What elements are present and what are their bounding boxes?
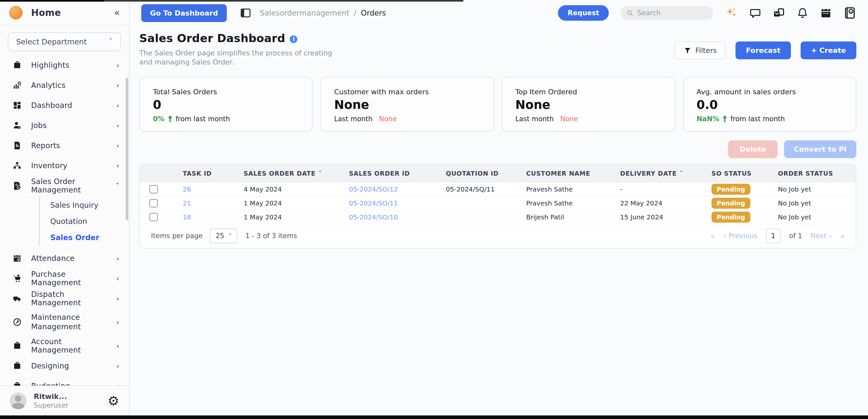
col-order-status[interactable]: ORDER STATUS xyxy=(763,170,855,177)
sidebar-item-analytics[interactable]: Analytics ‹ xyxy=(8,75,121,95)
calendar-icon[interactable] xyxy=(820,7,832,19)
next-page-button[interactable]: Next › xyxy=(811,232,832,240)
subnav-item-sales-order[interactable]: Sales Order xyxy=(50,230,121,246)
task-id-link[interactable]: 26 xyxy=(167,185,228,193)
chevron-left-icon: ‹ xyxy=(116,162,119,170)
table-row: 26 4 May 2024 05-2024/SO/12 05-2024/SQ/1… xyxy=(140,182,856,196)
current-page-input[interactable]: 1 xyxy=(766,229,781,243)
row-checkbox[interactable] xyxy=(149,199,158,207)
quotation-id-cell: 05-2024/SQ/11 xyxy=(430,185,510,193)
go-to-dashboard-button[interactable]: Go To Dashboard xyxy=(141,4,227,22)
row-checkbox[interactable] xyxy=(149,213,158,221)
sidebar-item-account-management[interactable]: Account Management ‹ xyxy=(8,336,121,356)
stat-card-customer-max-orders: Customer with max orders None Last month… xyxy=(320,77,494,132)
purchase-icon xyxy=(12,273,22,283)
info-icon[interactable]: i xyxy=(290,35,298,43)
last-page-button[interactable]: » xyxy=(840,232,845,240)
create-button[interactable]: + Create xyxy=(801,41,856,59)
user-role: Superuser xyxy=(34,401,68,410)
settings-gear-icon[interactable]: ⚙ xyxy=(107,394,119,407)
convert-to-pi-button[interactable]: Convert to PI xyxy=(784,140,856,158)
panel-toggle-icon[interactable] xyxy=(240,7,251,19)
avatar[interactable] xyxy=(10,392,27,409)
stat-label: Total Sales Orders xyxy=(153,88,299,96)
sidebar: Home « Select Department ˅ Highlights ‹ … xyxy=(0,0,130,415)
stat-value: 0 xyxy=(153,98,299,112)
sort-icon[interactable]: ˅ xyxy=(319,170,322,177)
up-arrow-icon xyxy=(722,115,728,122)
sidebar-item-budgeting[interactable]: Budgeting ‹ xyxy=(8,376,121,386)
breadcrumb-parent[interactable]: Salesordermanagement xyxy=(260,9,349,17)
forecast-button[interactable]: Forecast xyxy=(736,41,791,59)
mail-queue-icon[interactable] xyxy=(773,7,785,19)
search-box[interactable] xyxy=(620,6,713,20)
page-count-label: of 1 xyxy=(789,232,802,240)
subnav-label: Quotation xyxy=(50,217,87,226)
sidebar-item-reports[interactable]: Reports ‹ xyxy=(8,136,121,155)
col-quotation-id[interactable]: QUOTATION ID xyxy=(430,170,510,177)
sidebar-header: Home « xyxy=(0,0,129,26)
sidebar-item-dashboard[interactable]: Dashboard ‹ xyxy=(8,95,121,115)
sidebar-item-dispatch-management[interactable]: Dispatch Management ‹ xyxy=(8,289,121,308)
task-id-link[interactable]: 21 xyxy=(167,199,228,207)
page-content: Sales Order Dashboard i The Sales Order … xyxy=(130,26,868,248)
col-so-status[interactable]: SO STATUS xyxy=(696,170,763,177)
sidebar-scrollbar[interactable] xyxy=(126,78,128,220)
customer-cell: Brijesh Patil xyxy=(510,213,604,221)
subnav-item-quotation[interactable]: Quotation xyxy=(50,213,121,230)
col-customer-name[interactable]: CUSTOMER NAME xyxy=(510,170,604,177)
col-task-id[interactable]: TASK ID xyxy=(167,170,228,177)
sidebar-item-attendance[interactable]: Attendance ‹ xyxy=(8,248,121,268)
app-logo xyxy=(9,6,23,20)
info-book-icon[interactable] xyxy=(843,6,856,20)
sidebar-item-label: Highlights xyxy=(31,61,69,69)
department-select[interactable]: Select Department ˅ xyxy=(8,32,121,51)
chevron-left-icon: ‹ xyxy=(116,274,119,282)
chevron-left-icon: ‹ xyxy=(116,318,119,326)
delete-button[interactable]: Delete xyxy=(728,140,778,158)
so-date-cell: 1 May 2024 xyxy=(228,199,333,207)
sidebar-item-designing[interactable]: Designing ‹ xyxy=(8,356,121,376)
first-page-button[interactable]: « xyxy=(710,232,714,240)
so-id-link[interactable]: 05-2024/SO/10 xyxy=(333,213,430,221)
sidebar-item-label: Jobs xyxy=(31,121,46,130)
so-id-link[interactable]: 05-2024/SO/11 xyxy=(333,199,430,207)
sidebar-item-purchase-management[interactable]: Purchase Management ‹ xyxy=(8,268,121,289)
sales-order-icon xyxy=(12,181,22,190)
request-button[interactable]: Request xyxy=(558,5,609,21)
sidebar-item-label: Dashboard xyxy=(31,101,72,110)
jobs-icon xyxy=(12,121,22,130)
sidebar-item-sales-order-management[interactable]: Sales Order Management ˅ xyxy=(8,176,121,196)
chevron-left-icon: ‹ xyxy=(116,342,119,350)
previous-page-button[interactable]: ‹ Previous xyxy=(723,232,757,240)
col-delivery-date[interactable]: DELIVERY DATE˅ xyxy=(604,170,696,177)
col-sales-order-date[interactable]: SALES ORDER DATE˅ xyxy=(228,170,333,177)
chat-icon[interactable] xyxy=(749,7,761,19)
task-id-link[interactable]: 18 xyxy=(167,213,228,221)
filters-button[interactable]: Filters xyxy=(675,41,726,59)
sidebar-item-maintenance-management[interactable]: Maintenance Management ‹ xyxy=(8,308,121,336)
page-size-value: 25 xyxy=(215,232,224,240)
up-arrow-icon xyxy=(167,115,173,122)
sidebar-collapse-icon[interactable]: « xyxy=(114,8,120,18)
subnav-item-sales-inquiry[interactable]: Sales Inquiry xyxy=(50,197,121,213)
stat-trend-text: from last month xyxy=(176,115,230,123)
bell-icon[interactable] xyxy=(797,7,808,19)
chevron-left-icon: ‹ xyxy=(116,81,119,89)
sidebar-item-inventory[interactable]: Inventory ‹ xyxy=(8,155,121,176)
search-input[interactable] xyxy=(637,9,702,17)
col-sales-order-id[interactable]: SALES ORDER ID xyxy=(333,170,430,177)
row-checkbox[interactable] xyxy=(149,185,158,193)
sidebar-item-highlights[interactable]: Highlights ‹ xyxy=(8,55,121,75)
sparkles-ai-icon[interactable] xyxy=(725,6,738,20)
chevron-down-icon: ˅ xyxy=(108,37,113,47)
stat-trend-value: NaN% xyxy=(696,115,719,123)
briefcase-icon xyxy=(12,341,22,351)
sidebar-item-jobs[interactable]: Jobs ‹ xyxy=(8,115,121,136)
so-id-link[interactable]: 05-2024/SO/12 xyxy=(333,185,430,193)
next-label: Next xyxy=(811,232,827,240)
sort-icon[interactable]: ˅ xyxy=(680,170,683,177)
topbar: Go To Dashboard Salesordermanagement / O… xyxy=(130,0,868,26)
so-date-cell: 1 May 2024 xyxy=(228,213,333,221)
page-size-select[interactable]: 25 ˅ xyxy=(210,229,238,243)
